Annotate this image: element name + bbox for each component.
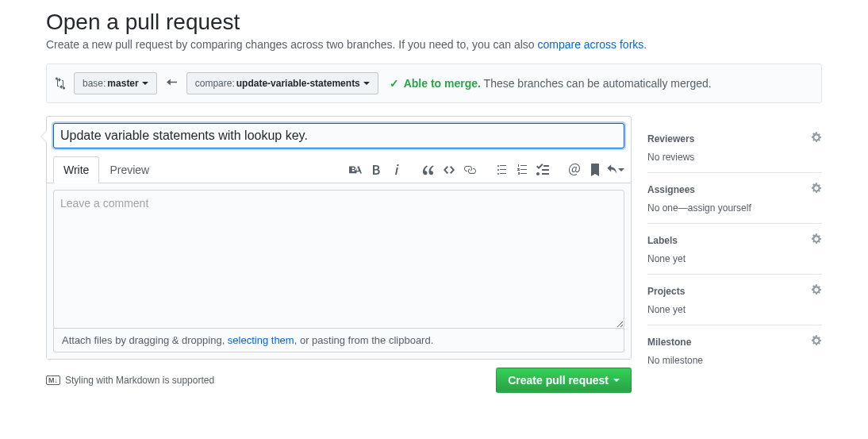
compare-branch-select[interactable]: compare: update-variable-statements xyxy=(186,72,378,94)
gear-icon[interactable] xyxy=(811,335,822,349)
task-list-icon[interactable] xyxy=(534,161,551,179)
page-title: Open a pull request xyxy=(46,10,822,35)
sidebar-assignees: Assignees No one—assign yourself xyxy=(647,173,822,224)
arrow-left-icon xyxy=(163,77,180,90)
pr-title-input[interactable] xyxy=(53,123,624,148)
tab-preview[interactable]: Preview xyxy=(99,156,159,183)
markdown-icon: M↓ xyxy=(46,375,60,385)
base-branch-select[interactable]: base: master xyxy=(74,72,157,94)
link-icon[interactable] xyxy=(461,161,478,179)
markdown-hint[interactable]: M↓ Styling with Markdown is supported xyxy=(46,375,214,386)
italic-icon[interactable] xyxy=(388,161,405,179)
select-files-link[interactable]: selecting them xyxy=(228,334,294,346)
sidebar: Reviewers No reviews Assignees No one—as… xyxy=(647,116,822,393)
chevron-down-icon xyxy=(142,82,148,85)
range-editor: base: master compare: update-variable-st… xyxy=(46,64,822,103)
number-list-icon[interactable] xyxy=(513,161,531,179)
code-icon[interactable] xyxy=(440,161,458,179)
merge-status: ✓ Able to merge. These branches can be a… xyxy=(390,77,712,90)
mention-icon[interactable] xyxy=(566,161,583,179)
bold-icon[interactable] xyxy=(367,161,385,179)
compare-forks-link[interactable]: compare across forks xyxy=(537,38,643,51)
sidebar-projects: Projects None yet xyxy=(647,275,822,325)
sidebar-reviewers: Reviewers No reviews xyxy=(647,122,822,173)
gear-icon[interactable] xyxy=(811,183,822,196)
comment-box: Write Preview xyxy=(46,116,632,360)
chevron-down-icon xyxy=(363,82,370,85)
assign-yourself-link[interactable]: assign yourself xyxy=(688,202,751,214)
reply-icon[interactable] xyxy=(607,161,624,179)
sidebar-labels: Labels None yet xyxy=(647,224,822,275)
gear-icon[interactable] xyxy=(811,132,822,145)
quote-icon[interactable] xyxy=(420,161,437,179)
create-pull-request-button[interactable]: Create pull request xyxy=(496,368,632,393)
chevron-down-icon xyxy=(613,379,620,382)
bookmark-icon[interactable] xyxy=(586,161,604,179)
git-compare-icon xyxy=(55,77,67,90)
markdown-toolbar xyxy=(336,161,624,179)
gear-icon[interactable] xyxy=(811,284,822,298)
page-header: Open a pull request Create a new pull re… xyxy=(46,0,822,51)
gear-icon[interactable] xyxy=(811,233,822,247)
sidebar-milestone: Milestone No milestone xyxy=(647,325,822,375)
heading-icon[interactable] xyxy=(347,161,364,179)
tab-write[interactable]: Write xyxy=(53,156,99,183)
page-subtitle: Create a new pull request by comparing c… xyxy=(46,38,822,51)
check-icon: ✓ xyxy=(390,77,399,90)
attach-hint[interactable]: Attach files by dragging & dropping, sel… xyxy=(53,328,624,352)
bullet-list-icon[interactable] xyxy=(493,161,510,179)
comment-tabnav: Write Preview xyxy=(47,156,631,183)
comment-textarea[interactable] xyxy=(53,190,624,329)
